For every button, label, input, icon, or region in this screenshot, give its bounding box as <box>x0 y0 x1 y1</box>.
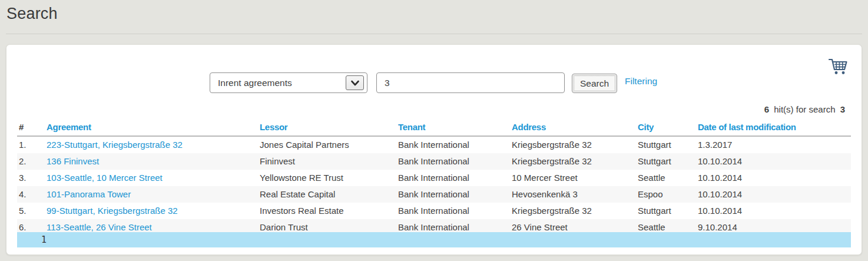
results-count: 6 <box>764 104 769 114</box>
column-header-date-of-last-modification[interactable]: Date of last modification <box>698 120 851 136</box>
city-cell: Stuttgart <box>638 136 698 153</box>
chevron-down-icon[interactable] <box>346 75 364 90</box>
tenant-cell: Bank International <box>398 153 512 170</box>
row-number: 2. <box>17 153 47 170</box>
table-row: 1. 223-Stuttgart, Kriegsbergstraße 32 Jo… <box>17 136 851 153</box>
filtering-link[interactable]: Filtering <box>625 76 657 87</box>
row-number: 4. <box>17 186 47 203</box>
lessor-cell: Real Estate Capital <box>260 186 398 203</box>
row-number: 5. <box>17 203 47 219</box>
date-cell: 10.10.2014 <box>698 170 851 186</box>
date-cell: 10.10.2014 <box>698 203 851 219</box>
pagination-bar: 1 <box>17 232 851 247</box>
tenant-cell: Bank International <box>398 170 512 186</box>
address-cell: Kriegsbergstraße 32 <box>512 136 638 153</box>
search-category-select[interactable]: Inrent agreements <box>210 72 367 93</box>
agreement-link[interactable]: 136 Fininvest <box>47 156 99 166</box>
row-number: 1. <box>17 136 47 153</box>
column-header-number: # <box>17 120 47 136</box>
city-cell: Espoo <box>638 186 698 203</box>
table-row: 2. 136 Fininvest Fininvest Bank Internat… <box>17 153 851 170</box>
results-table: # Agreement Lessor Tenant Address City D… <box>17 120 851 236</box>
date-cell: 1.3.2017 <box>698 136 851 153</box>
address-cell: Kriegsbergstraße 32 <box>512 203 638 219</box>
lessor-cell: Jones Capital Partners <box>260 136 398 153</box>
page-title: Search <box>6 5 58 23</box>
shopping-cart-icon[interactable] <box>827 55 849 78</box>
city-cell: Stuttgart <box>638 203 698 219</box>
search-category-selected-value: Inrent agreements <box>210 78 346 88</box>
tenant-cell: Bank International <box>398 136 512 153</box>
lessor-cell: Investors Real Estate <box>260 203 398 219</box>
agreement-link[interactable]: 101-Panorama Tower <box>47 189 131 199</box>
agreement-link[interactable]: 113-Seattle, 26 Vine Street <box>47 222 152 232</box>
column-header-tenant[interactable]: Tenant <box>398 120 512 136</box>
agreement-link[interactable]: 103-Seattle, 10 Mercer Street <box>47 173 163 183</box>
table-header-row: # Agreement Lessor Tenant Address City D… <box>17 120 851 136</box>
city-cell: Stuttgart <box>638 153 698 170</box>
results-summary: 6 hit(s) for search 3 <box>764 104 845 114</box>
lessor-cell: Fininvest <box>260 153 398 170</box>
table-row: 5. 99-Stuttgart, Kriegsbergstraße 32 Inv… <box>17 203 851 219</box>
address-cell: Hevosenkenkä 3 <box>512 186 638 203</box>
table-row: 3. 103-Seattle, 10 Mercer Street Yellows… <box>17 170 851 186</box>
address-cell: 10 Mercer Street <box>512 170 638 186</box>
column-header-city[interactable]: City <box>638 120 698 136</box>
results-summary-text: hit(s) for search <box>774 104 835 114</box>
results-search-term: 3 <box>840 104 845 114</box>
search-button[interactable]: Search <box>572 74 617 93</box>
column-header-agreement[interactable]: Agreement <box>47 120 260 136</box>
title-divider <box>6 34 862 34</box>
search-input[interactable] <box>376 72 565 93</box>
agreement-link[interactable]: 99-Stuttgart, Kriegsbergstraße 32 <box>47 206 178 216</box>
row-number: 3. <box>17 170 47 186</box>
address-cell: Kriegsbergstraße 32 <box>512 153 638 170</box>
column-header-lessor[interactable]: Lessor <box>260 120 398 136</box>
tenant-cell: Bank International <box>398 203 512 219</box>
lessor-cell: Yellowstone RE Trust <box>260 170 398 186</box>
city-cell: Seattle <box>638 170 698 186</box>
date-cell: 10.10.2014 <box>698 186 851 203</box>
pagination-page-1[interactable]: 1 <box>41 234 47 245</box>
tenant-cell: Bank International <box>398 186 512 203</box>
date-cell: 10.10.2014 <box>698 153 851 170</box>
table-row: 4. 101-Panorama Tower Real Estate Capita… <box>17 186 851 203</box>
column-header-address[interactable]: Address <box>512 120 638 136</box>
search-results-panel: Inrent agreements Search Filtering 6 hit… <box>6 44 862 255</box>
agreement-link[interactable]: 223-Stuttgart, Kriegsbergstraße 32 <box>47 140 183 150</box>
